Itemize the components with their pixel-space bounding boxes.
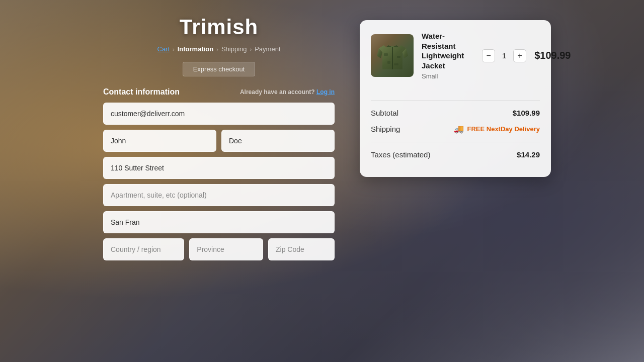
subtotal-value: $109.99 (513, 109, 540, 117)
city-input[interactable] (103, 211, 335, 233)
contact-section-header: Contact information Already have an acco… (103, 87, 335, 97)
breadcrumb-payment: Payment (255, 45, 280, 53)
breadcrumb-sep-2: › (216, 46, 218, 52)
apt-input[interactable] (103, 184, 335, 206)
province-input[interactable] (189, 238, 263, 260)
taxes-label: Taxes (estimated) (371, 150, 430, 159)
checkout-form-panel: Trimish Cart › Information › Shipping › … (93, 15, 345, 265)
breadcrumb-cart[interactable]: Cart (157, 45, 170, 53)
breadcrumb-shipping: Shipping (221, 45, 247, 53)
name-group (103, 130, 335, 152)
login-link[interactable]: Log in (316, 88, 335, 96)
product-row: Water-Resistant Lightweight Jacket Small… (371, 31, 540, 88)
svg-rect-1 (384, 53, 388, 56)
product-variant: Small (422, 72, 464, 80)
first-name-input[interactable] (103, 130, 216, 152)
region-group (103, 238, 335, 260)
breadcrumb-information: Information (178, 45, 214, 53)
product-price-section: − 1 + $109.99 (482, 49, 571, 62)
zip-input[interactable] (268, 238, 335, 260)
product-name: Water-Resistant Lightweight Jacket (422, 31, 464, 70)
breadcrumb: Cart › Information › Shipping › Payment (103, 45, 335, 53)
address-group (103, 157, 335, 179)
apt-group (103, 184, 335, 206)
country-input[interactable] (103, 238, 184, 260)
svg-rect-2 (397, 56, 400, 58)
contact-section-title: Contact information (103, 87, 180, 97)
quantity-increase-button[interactable]: + (513, 49, 526, 62)
taxes-row: Taxes (estimated) $14.29 (371, 150, 540, 159)
product-image (371, 34, 414, 77)
shipping-label: Shipping (371, 125, 400, 133)
express-checkout-section: Express checkout (103, 62, 335, 76)
product-info: Water-Resistant Lightweight Jacket Small (422, 31, 464, 80)
subtotal-label: Subtotal (371, 109, 398, 117)
svg-rect-3 (387, 61, 390, 64)
truck-icon: 🚚 (454, 124, 464, 134)
shipping-row: Shipping 🚚 FREE NextDay Delivery (371, 124, 540, 134)
quantity-value: 1 (499, 51, 509, 60)
city-group (103, 211, 335, 233)
province-wrapper (189, 238, 263, 260)
brand-title: Trimish (103, 15, 335, 39)
order-card: Water-Resistant Lightweight Jacket Small… (360, 20, 551, 177)
shipping-value: 🚚 FREE NextDay Delivery (454, 124, 540, 134)
address-input[interactable] (103, 157, 335, 179)
country-wrapper (103, 238, 184, 260)
breadcrumb-sep-1: › (173, 46, 175, 52)
order-summary-panel: Water-Resistant Lightweight Jacket Small… (360, 20, 551, 177)
email-input[interactable] (103, 103, 335, 125)
breadcrumb-sep-3: › (250, 46, 252, 52)
taxes-value: $14.29 (517, 150, 540, 159)
svg-rect-4 (394, 63, 398, 65)
email-group (103, 103, 335, 125)
shipping-text: FREE NextDay Delivery (467, 125, 540, 133)
subtotal-row: Subtotal $109.99 (371, 109, 540, 117)
divider-1 (371, 100, 540, 101)
last-name-input[interactable] (221, 130, 335, 152)
product-price: $109.99 (534, 50, 571, 61)
jacket-illustration (375, 38, 410, 73)
divider-2 (371, 142, 540, 142)
zip-wrapper (268, 238, 335, 260)
express-checkout-label: Express checkout (183, 62, 256, 76)
login-prompt: Already have an account? Log in (240, 88, 335, 96)
quantity-controls: − 1 + (482, 49, 526, 62)
quantity-decrease-button[interactable]: − (482, 49, 495, 62)
